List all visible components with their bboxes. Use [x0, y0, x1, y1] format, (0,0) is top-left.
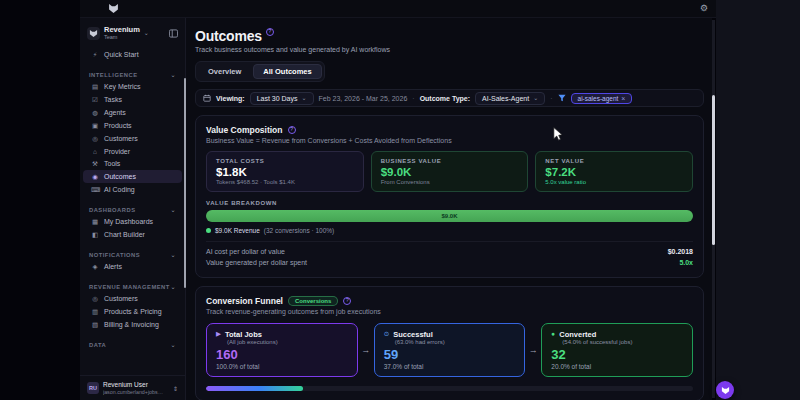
stat-label: TOTAL COSTS: [216, 158, 354, 164]
conversion-funnel-subtitle: Track revenue-generating outcomes from j…: [206, 308, 693, 315]
section-notifications[interactable]: NOTIFICATIONS ⌄: [80, 250, 185, 260]
main-content: Outcomes ? Track business outcomes and v…: [186, 18, 712, 400]
stat-value: $9.0K: [381, 166, 519, 178]
tab-overview[interactable]: Overview: [198, 64, 251, 79]
funnel-progress-fill: [206, 386, 303, 391]
collapse-sidebar-icon[interactable]: [169, 29, 178, 38]
metric-label: AI cost per dollar of value: [206, 248, 285, 255]
metric-label: Value generated per dollar spent: [206, 259, 307, 266]
stage-pct: 100.0% of total: [216, 363, 348, 370]
stage-note: (54.0% of successful jobs): [562, 339, 683, 345]
close-icon[interactable]: ×: [621, 95, 625, 102]
viewing-label: Viewing:: [216, 95, 245, 102]
dashboard-icon: ▦: [91, 218, 99, 226]
sidebar-item-label: AI Coding: [104, 186, 135, 193]
play-icon: ▶: [216, 331, 221, 338]
stat-net-value: NET VALUE $7.2K 5.0x value ratio: [535, 151, 693, 192]
section-revenue-management[interactable]: REVENUE MANAGEMENT ⌄: [80, 282, 185, 292]
check-circle-icon: ⊙: [384, 331, 389, 338]
workspace-sub: Team: [104, 34, 140, 40]
sidebar-item-quick-start[interactable]: ⚡ Quick Start: [83, 48, 182, 61]
chevron-updown-icon: ⇕: [173, 385, 178, 392]
sidebar-item-tools[interactable]: ⚒Tools: [83, 157, 182, 170]
sidebar-scrollbar[interactable]: [184, 78, 186, 288]
sidebar-item-alerts[interactable]: ◈Alerts: [83, 260, 182, 273]
metric-ai-cost: AI cost per dollar of value $0.2018: [206, 246, 693, 257]
wrench-icon: ⚒: [91, 160, 99, 168]
stage-converted: ● Converted (54.0% of successful jobs) 3…: [541, 323, 693, 377]
sidebar-item-label: Tasks: [104, 96, 122, 103]
settings-gear-icon[interactable]: ⚙: [700, 4, 708, 13]
stage-name: Total Jobs: [225, 330, 262, 339]
sidebar-item-label: Products & Pricing: [104, 308, 162, 315]
user-menu[interactable]: RU Revenium User jason.cumberland+jobs4……: [80, 375, 185, 400]
stat-value: $7.2K: [545, 166, 683, 178]
sidebar-item-label: Customers: [104, 295, 138, 302]
chevron-down-icon: ⌄: [170, 72, 176, 78]
section-intelligence[interactable]: INTELLIGENCE ⌄: [80, 70, 185, 80]
sidebar-item-label: Provider: [104, 148, 130, 155]
info-icon[interactable]: ?: [288, 126, 296, 134]
section-label: DATA: [89, 342, 106, 348]
user-name: Revenium User: [103, 381, 165, 389]
sidebar-item-label: Billing & Invoicing: [104, 321, 159, 328]
sidebar-item-products[interactable]: ▣Products: [83, 119, 182, 132]
tab-bar: Overview All Outcomes: [195, 61, 325, 82]
separator-dot: ·: [550, 95, 552, 102]
sidebar-item-provider[interactable]: ⌂Provider: [83, 145, 182, 157]
stage-value: 160: [216, 347, 348, 362]
filter-tag-chip[interactable]: ai-sales-agent ×: [571, 93, 633, 104]
assistant-fab-button[interactable]: [716, 381, 734, 399]
outcome-type-value: AI-Sales-Agent: [482, 95, 529, 102]
legend-dot-icon: [206, 228, 211, 233]
sidebar-item-label: My Dashboards: [104, 218, 153, 225]
page-title: Outcomes: [195, 28, 262, 44]
top-bar: ⚙: [80, 0, 716, 18]
sidebar-item-label: Customers: [104, 135, 138, 142]
funnel-progress-track: [206, 386, 693, 391]
customers-icon: ◎: [91, 295, 99, 303]
workspace-logo-icon: [87, 27, 100, 40]
sidebar-item-label: Outcomes: [104, 173, 136, 180]
sidebar-item-agents[interactable]: ◍Agents: [83, 106, 182, 119]
funnel-filter-icon[interactable]: [558, 94, 566, 102]
value-breakdown-label: VALUE BREAKDOWN: [206, 200, 693, 206]
outcome-type-select[interactable]: AI-Sales-Agent ⌄: [475, 92, 545, 105]
sidebar-item-key-metrics[interactable]: ▤Key Metrics: [83, 80, 182, 93]
section-label: INTELLIGENCE: [89, 72, 138, 78]
section-label: NOTIFICATIONS: [89, 252, 140, 258]
customers-icon: ◎: [91, 135, 99, 143]
separator-dot: ·: [412, 95, 414, 102]
user-email: jason.cumberland+jobs4…: [103, 389, 165, 395]
info-icon[interactable]: ?: [266, 28, 274, 36]
date-range-text: Feb 23, 2026 - Mar 25, 2026: [319, 95, 408, 102]
stage-name: Successful: [393, 330, 433, 339]
chevron-down-icon: ⌄: [170, 252, 176, 258]
main-scrollbar-thumb[interactable]: [712, 95, 715, 245]
sidebar-item-my-dashboards[interactable]: ▦My Dashboards: [83, 215, 182, 228]
sidebar-item-ai-coding[interactable]: ⌨AI Coding: [83, 183, 182, 196]
section-data[interactable]: DATA ⌄: [80, 340, 185, 350]
info-icon[interactable]: ?: [343, 297, 351, 305]
stage-successful: ⊙ Successful (63.0% had errors) 59 37.0%…: [374, 323, 526, 377]
filter-bar: Viewing: Last 30 Days ⌄ Feb 23, 2026 - M…: [195, 89, 704, 107]
metric-value: 5.0x: [679, 259, 693, 266]
sidebar-item-rm-customers[interactable]: ◎Customers: [83, 292, 182, 305]
tab-all-outcomes[interactable]: All Outcomes: [253, 64, 321, 79]
sidebar-item-label: Tools: [104, 160, 120, 167]
sidebar-item-tasks[interactable]: ☑Tasks: [83, 93, 182, 106]
stage-value: 59: [384, 347, 516, 362]
sidebar-item-billing-invoicing[interactable]: ▧Billing & Invoicing: [83, 318, 182, 331]
stat-total-costs: TOTAL COSTS $1.8K Tokens $468.52 · Tools…: [206, 151, 364, 192]
sidebar-item-chart-builder[interactable]: ◧Chart Builder: [83, 228, 182, 241]
sidebar-item-customers[interactable]: ◎Customers: [83, 132, 182, 145]
date-range-select[interactable]: Last 30 Days ⌄: [250, 92, 314, 105]
stage-pct: 20.0% of total: [551, 363, 683, 370]
stat-sub: 5.0x value ratio: [545, 179, 683, 185]
section-dashboards[interactable]: DASHBOARDS ⌄: [80, 205, 185, 215]
sidebar-item-products-pricing[interactable]: ▥Products & Pricing: [83, 305, 182, 318]
sidebar-item-outcomes[interactable]: ◉Outcomes: [83, 170, 182, 183]
sidebar: Revenium Team ⌄ ⚡ Quick Start INTELLIGEN…: [80, 18, 186, 400]
workspace-switcher[interactable]: Revenium Team ⌄: [80, 23, 185, 43]
value-composition-card: Value Composition ? Business Value = Rev…: [195, 115, 704, 278]
